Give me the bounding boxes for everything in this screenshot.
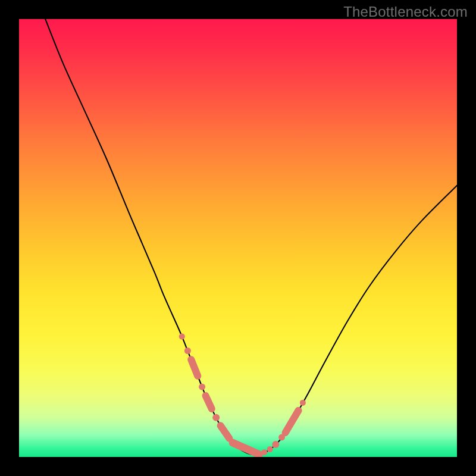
curve-layer [19, 19, 457, 457]
marker-dot [212, 414, 220, 421]
marker-dot [261, 449, 267, 455]
marker-dot [199, 384, 205, 390]
marker-pill [206, 396, 212, 409]
watermark-text: TheBottleneck.com [343, 4, 468, 20]
marker-dot [272, 441, 279, 448]
data-markers [179, 334, 306, 456]
marker-dot [300, 400, 306, 406]
marker-pill [191, 359, 198, 376]
chart-frame: TheBottleneck.com [0, 0, 476, 476]
bottleneck-curve [45, 19, 457, 455]
marker-dot [267, 446, 273, 452]
marker-pill [221, 425, 230, 438]
marker-pill [233, 443, 259, 455]
marker-dot [184, 347, 191, 354]
plot-area [19, 19, 457, 457]
marker-pill [286, 411, 299, 433]
marker-dot [179, 334, 185, 340]
